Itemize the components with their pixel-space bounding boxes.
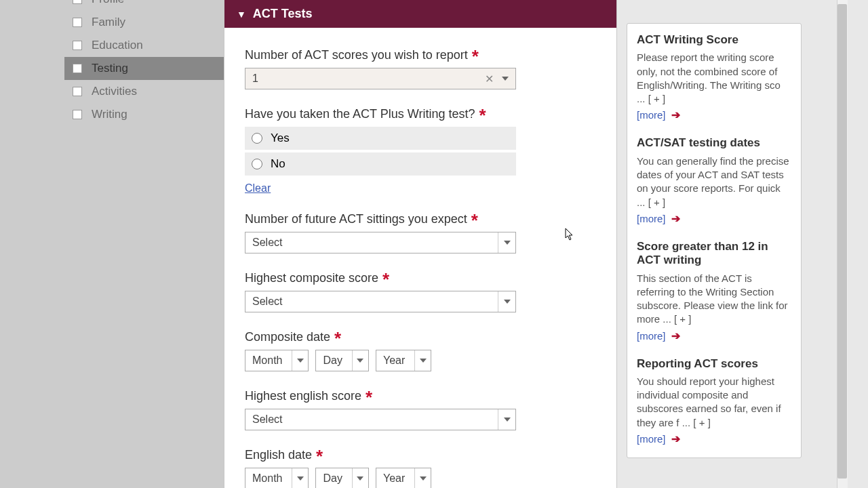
select-future-sittings[interactable]: Select [245, 232, 516, 253]
required-asterisk-icon: * [366, 390, 372, 405]
select-english-day[interactable]: Day [315, 468, 368, 488]
label-plus-writing: Have you taken the ACT Plus Writing test… [245, 107, 475, 121]
chevron-down-icon [504, 241, 511, 245]
sidebar-item-education[interactable]: Education [64, 34, 224, 57]
chevron-down-icon [357, 476, 363, 481]
sidebar-item-profile[interactable]: Profile [64, 0, 224, 11]
more-link[interactable]: [more] [637, 109, 666, 121]
required-asterisk-icon: * [382, 272, 389, 287]
chevron-down-icon [504, 418, 511, 422]
help-title-reporting-act: Reporting ACT scores [637, 357, 791, 371]
select-english-month[interactable]: Month [245, 468, 309, 488]
chevron-down-icon [297, 359, 304, 363]
required-asterisk-icon: * [471, 214, 478, 228]
label-english-date: English date [245, 448, 312, 462]
help-title-score-gt-12: Score greater than 12 in ACT writing [637, 240, 791, 268]
checkbox-icon [73, 110, 82, 119]
chevron-down-icon [420, 476, 427, 481]
required-asterisk-icon: * [472, 49, 479, 64]
sidebar-item-writing[interactable]: Writing [64, 103, 224, 126]
select-composite-year[interactable]: Year [376, 350, 431, 371]
arrow-right-icon[interactable]: ➔ [671, 108, 680, 121]
help-text: Please report the writing score only, no… [637, 51, 791, 106]
radio-plus-writing-no[interactable]: No [245, 152, 516, 176]
clear-x-icon[interactable]: ✕ [485, 73, 494, 85]
more-link[interactable]: [more] [637, 213, 666, 224]
chevron-down-icon [504, 300, 511, 304]
select-value: 1 [252, 73, 485, 85]
radio-icon [252, 133, 262, 144]
help-title-act-writing-score: ACT Writing Score [637, 33, 791, 47]
help-text: You should report your highest individua… [637, 375, 791, 430]
radio-label: No [271, 157, 285, 171]
chevron-down-icon [297, 476, 304, 481]
radio-label: Yes [271, 131, 290, 145]
select-value: Year [383, 472, 414, 485]
required-asterisk-icon: * [479, 108, 486, 123]
chevron-down-icon [502, 77, 509, 81]
radio-icon [252, 159, 262, 169]
section-title: ACT Tests [253, 7, 313, 21]
scrollbar-thumb[interactable] [837, 4, 847, 479]
main-form: ▼ ACT Tests Number of ACT scores you wis… [224, 0, 617, 488]
radio-plus-writing-yes[interactable]: Yes [245, 127, 516, 150]
sidebar-item-label: Education [92, 39, 143, 52]
select-value: Month [252, 354, 292, 367]
label-composite-date: Composite date [245, 330, 330, 344]
select-value: Select [252, 413, 498, 426]
more-link[interactable]: [more] [637, 330, 666, 342]
help-sidebar: ACT Writing Score Please report the writ… [617, 0, 814, 488]
checkbox-icon [73, 18, 82, 27]
select-value: Select [252, 237, 498, 249]
required-asterisk-icon: * [316, 449, 323, 464]
select-value: Year [383, 354, 414, 367]
select-value: Day [323, 472, 351, 485]
arrow-right-icon[interactable]: ➔ [671, 432, 680, 445]
checkbox-icon [73, 87, 82, 96]
arrow-right-icon[interactable]: ➔ [671, 329, 680, 342]
sidebar-item-testing[interactable]: Testing [64, 57, 224, 80]
chevron-down-icon [420, 359, 427, 363]
select-value: Day [323, 354, 351, 367]
sidebar-item-label: Family [92, 16, 125, 29]
more-link[interactable]: [more] [637, 433, 666, 445]
select-num-act-scores[interactable]: 1 ✕ [245, 68, 516, 89]
select-value: Month [252, 472, 292, 485]
select-value: Select [252, 296, 498, 308]
clear-link[interactable]: Clear [245, 182, 271, 195]
label-highest-english: Highest english score [245, 389, 361, 403]
label-future-sittings: Number of future ACT sittings you expect [245, 212, 467, 226]
checkbox-icon [73, 64, 82, 73]
section-header-act-tests[interactable]: ▼ ACT Tests [224, 0, 616, 28]
select-highest-composite[interactable]: Select [245, 291, 516, 312]
required-asterisk-icon: * [334, 331, 341, 346]
scrollbar-track[interactable]: ▴ [837, 0, 848, 488]
checkbox-icon [73, 41, 82, 50]
help-text: You can generally find the precise dates… [637, 155, 791, 209]
sidebar-item-activities[interactable]: Activities [64, 80, 224, 103]
sidebar-item-label: Writing [92, 108, 127, 121]
help-text: This section of the ACT is referring to … [637, 272, 791, 327]
sidebar-item-family[interactable]: Family [64, 11, 224, 34]
page-gutter: ▴ [814, 0, 848, 488]
sidebar: Profile Family Education Testing Activit… [0, 0, 224, 488]
sidebar-item-label: Profile [92, 0, 124, 6]
checkbox-icon [73, 0, 82, 4]
chevron-down-icon [357, 359, 363, 363]
help-title-testing-dates: ACT/SAT testing dates [637, 136, 791, 150]
label-highest-composite: Highest composite score [245, 271, 378, 285]
select-highest-english[interactable]: Select [245, 409, 516, 430]
select-composite-month[interactable]: Month [245, 350, 309, 371]
select-composite-day[interactable]: Day [315, 350, 368, 371]
arrow-right-icon[interactable]: ➔ [671, 212, 680, 225]
collapse-triangle-icon: ▼ [237, 9, 246, 20]
sidebar-item-label: Testing [92, 62, 128, 75]
sidebar-item-label: Activities [92, 85, 137, 98]
label-num-act-scores: Number of ACT scores you wish to report [245, 48, 468, 62]
select-english-year[interactable]: Year [376, 468, 431, 488]
